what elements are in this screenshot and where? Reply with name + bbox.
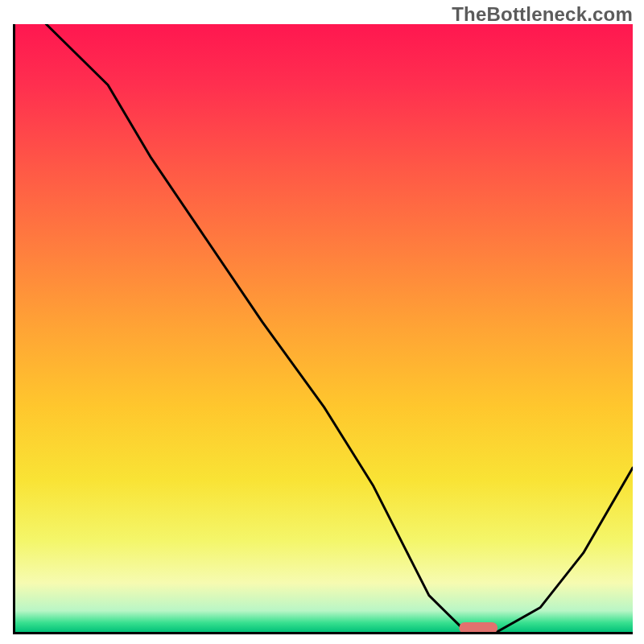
chart-overlay — [15, 24, 633, 632]
chart-frame: TheBottleneck.com — [0, 0, 644, 644]
optimal-marker — [459, 622, 497, 632]
plot-area — [13, 24, 633, 634]
bottleneck-curve — [46, 24, 633, 632]
watermark-text: TheBottleneck.com — [452, 3, 633, 26]
